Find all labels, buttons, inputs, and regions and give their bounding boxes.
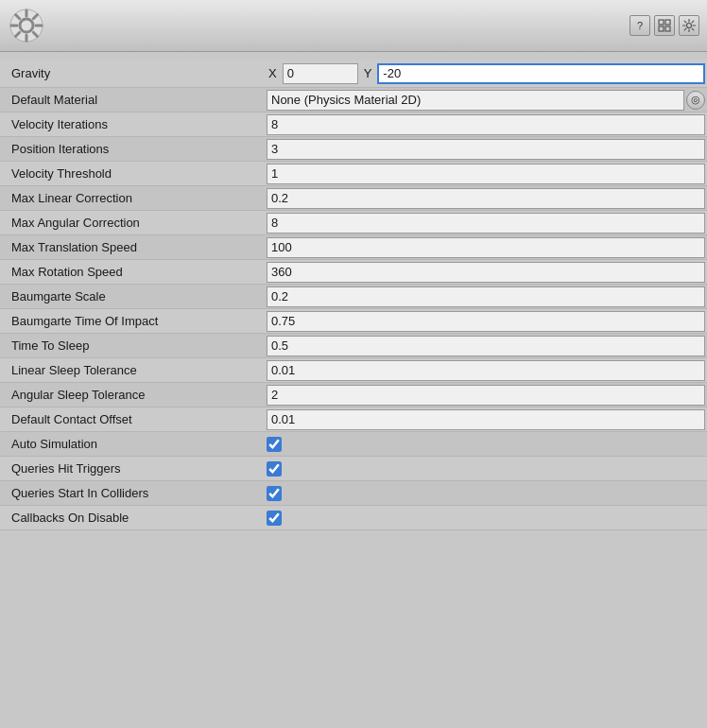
linear-sleep-tolerance-input[interactable] (267, 360, 705, 381)
max-rotation-speed-input[interactable] (267, 262, 705, 283)
default-material-label: Default Material (2, 93, 267, 107)
default-material-input[interactable] (267, 90, 684, 111)
callbacks-on-disable-checkbox[interactable] (267, 511, 282, 526)
svg-line-19 (684, 21, 686, 23)
gravity-label: Gravity (2, 66, 267, 80)
svg-rect-12 (659, 26, 664, 31)
time-to-sleep-label: Time To Sleep (2, 338, 267, 353)
queries-start-in-colliders-wrapper (267, 486, 282, 501)
gravity-row: Gravity X Y (0, 60, 707, 88)
linear-sleep-tolerance-row: Linear Sleep Tolerance (0, 358, 707, 383)
angular-sleep-tolerance-row: Angular Sleep Tolerance (0, 383, 707, 407)
auto-simulation-wrapper (267, 437, 282, 452)
material-picker-button[interactable]: ◎ (686, 91, 705, 110)
baumgarte-time-of-impact-row: Baumgarte Time Of Impact (0, 309, 707, 334)
velocity-threshold-label: Velocity Threshold (2, 166, 267, 181)
max-linear-correction-row: Max Linear Correction (0, 186, 707, 211)
settings-icon (9, 9, 43, 43)
max-angular-correction-row: Max Angular Correction (0, 211, 707, 235)
auto-simulation-row: Auto Simulation (0, 432, 707, 457)
max-linear-correction-input[interactable] (267, 188, 705, 209)
max-translation-speed-input[interactable] (267, 237, 705, 258)
queries-start-in-colliders-label: Queries Start In Colliders (2, 486, 267, 500)
gravity-x-label: X (267, 66, 279, 80)
layout-button[interactable] (654, 15, 675, 36)
callbacks-on-disable-label: Callbacks On Disable (2, 511, 267, 525)
svg-line-21 (692, 21, 694, 23)
auto-simulation-checkbox[interactable] (267, 437, 282, 452)
auto-simulation-label: Auto Simulation (2, 437, 267, 451)
default-material-field-wrapper: ◎ (267, 90, 705, 111)
queries-hit-triggers-label: Queries Hit Triggers (2, 461, 267, 476)
position-iterations-row: Position Iterations (0, 137, 707, 162)
velocity-threshold-row: Velocity Threshold (0, 162, 707, 186)
queries-hit-triggers-checkbox[interactable] (267, 461, 282, 477)
velocity-iterations-input[interactable] (267, 114, 705, 135)
svg-line-20 (692, 28, 694, 30)
queries-hit-triggers-wrapper (267, 461, 282, 477)
max-translation-speed-label: Max Translation Speed (2, 240, 267, 254)
max-translation-speed-row: Max Translation Speed (0, 235, 707, 260)
angular-sleep-tolerance-label: Angular Sleep Tolerance (2, 388, 267, 402)
default-contact-offset-label: Default Contact Offset (2, 412, 267, 426)
time-to-sleep-input[interactable] (267, 336, 705, 356)
default-contact-offset-input[interactable] (267, 409, 705, 430)
default-material-row: Default Material ◎ (0, 88, 707, 113)
max-angular-correction-label: Max Angular Correction (2, 216, 267, 230)
queries-hit-triggers-row: Queries Hit Triggers (0, 457, 707, 481)
svg-rect-10 (659, 20, 664, 25)
queries-start-in-colliders-checkbox[interactable] (267, 486, 282, 501)
callbacks-on-disable-row: Callbacks On Disable (0, 506, 707, 530)
position-iterations-label: Position Iterations (2, 142, 267, 156)
velocity-iterations-label: Velocity Iterations (2, 117, 267, 131)
svg-point-14 (687, 24, 692, 28)
title-bar: ? (0, 0, 707, 52)
callbacks-on-disable-wrapper (267, 511, 282, 526)
baumgarte-scale-label: Baumgarte Scale (2, 289, 267, 303)
gravity-y-label: Y (362, 66, 374, 80)
gravity-y-input[interactable] (377, 63, 705, 84)
max-linear-correction-label: Max Linear Correction (2, 191, 267, 205)
position-iterations-input[interactable] (267, 139, 705, 160)
time-to-sleep-row: Time To Sleep (0, 334, 707, 358)
default-contact-offset-row: Default Contact Offset (0, 407, 707, 432)
angular-sleep-tolerance-input[interactable] (267, 385, 705, 406)
queries-start-in-colliders-row: Queries Start In Colliders (0, 481, 707, 506)
gravity-x-input[interactable] (283, 63, 358, 84)
help-button[interactable]: ? (629, 15, 650, 36)
linear-sleep-tolerance-label: Linear Sleep Tolerance (2, 363, 267, 377)
gear-icon-btn[interactable] (679, 15, 699, 36)
baumgarte-scale-input[interactable] (267, 286, 705, 307)
max-angular-correction-input[interactable] (267, 213, 705, 234)
velocity-iterations-row: Velocity Iterations (0, 113, 707, 137)
baumgarte-time-of-impact-input[interactable] (267, 311, 705, 332)
velocity-threshold-input[interactable] (267, 164, 705, 184)
baumgarte-scale-row: Baumgarte Scale (0, 285, 707, 309)
max-rotation-speed-row: Max Rotation Speed (0, 260, 707, 285)
svg-rect-13 (665, 26, 670, 31)
svg-rect-11 (665, 20, 670, 25)
baumgarte-time-of-impact-label: Baumgarte Time Of Impact (2, 314, 267, 328)
gravity-fields: X Y (267, 63, 705, 84)
title-bar-buttons: ? (629, 15, 699, 36)
settings-panel: Gravity X Y Default Material ◎ Velocity … (0, 52, 707, 538)
svg-line-22 (684, 28, 686, 30)
max-rotation-speed-label: Max Rotation Speed (2, 265, 267, 279)
